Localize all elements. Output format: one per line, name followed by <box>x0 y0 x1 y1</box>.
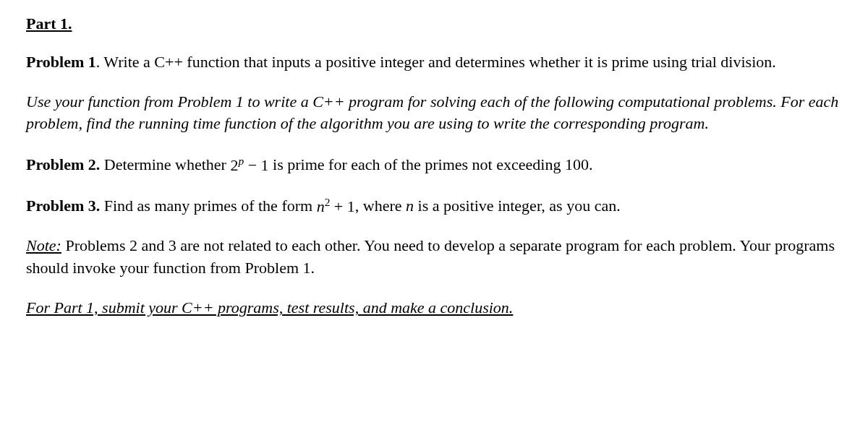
note-paragraph: Note: Problems 2 and 3 are not related t… <box>26 235 842 280</box>
problem-1: Problem 1. Write a C++ function that inp… <box>26 51 842 74</box>
note-text: Problems 2 and 3 are not related to each… <box>26 236 835 277</box>
math-minus-one: − 1 <box>244 156 268 174</box>
math-plus-one: + 1 <box>330 197 354 215</box>
math-expression-2p-minus-1: 2p − 1 <box>230 156 268 174</box>
problem-2-label: Problem 2. <box>26 156 100 174</box>
problem-1-label: Problem 1 <box>26 53 96 71</box>
part-title: Part 1. <box>26 13 842 35</box>
problem-2: Problem 2. Determine whether 2p − 1 is p… <box>26 152 842 176</box>
math-base-n: n <box>317 197 325 215</box>
math-base-2: 2 <box>230 156 238 174</box>
problem-3-label: Problem 3. <box>26 197 100 215</box>
math-superscript-p: p <box>238 154 244 166</box>
math-variable-n: n <box>406 197 414 215</box>
problem-3-text-before: Find as many primes of the form <box>100 197 316 215</box>
problem-3-text-after: is a positive integer, as you can. <box>414 197 621 215</box>
problem-3: Problem 3. Find as many primes of the fo… <box>26 194 842 218</box>
problem-3-text-mid: , where <box>355 197 406 215</box>
problem-2-text-after: is prime for each of the primes not exce… <box>269 156 593 174</box>
footer-instruction: For Part 1, submit your C++ programs, te… <box>26 297 842 319</box>
problem-2-text-before: Determine whether <box>100 156 230 174</box>
problem-1-text: . Write a C++ function that inputs a pos… <box>96 53 776 71</box>
note-label: Note: <box>26 236 61 254</box>
instructions-paragraph: Use your function from Problem 1 to writ… <box>26 91 842 136</box>
math-expression-n2-plus-1: n2 + 1 <box>317 197 355 215</box>
